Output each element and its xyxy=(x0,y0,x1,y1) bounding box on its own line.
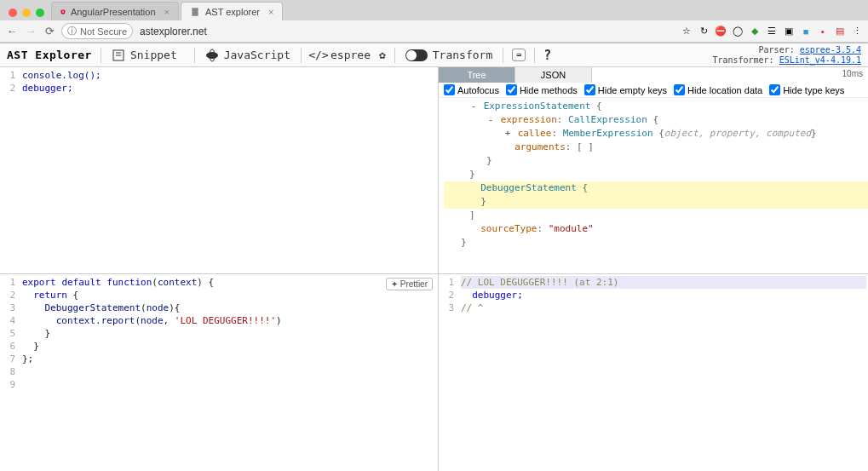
minimize-window-icon[interactable] xyxy=(22,9,31,17)
settings-icon[interactable]: ✿ xyxy=(379,49,386,61)
back-icon[interactable]: ← xyxy=(5,25,19,37)
adblock-icon[interactable]: ⛔ xyxy=(715,26,727,37)
code-line: debugger; xyxy=(22,83,73,94)
svg-text:A: A xyxy=(62,10,64,14)
parse-time: 10ms xyxy=(842,67,868,83)
sync-icon[interactable]: ↻ xyxy=(698,26,710,37)
opt-autofocus[interactable]: Autofocus xyxy=(444,84,499,95)
angular-icon: A xyxy=(60,7,66,17)
url-text[interactable]: astexplorer.net xyxy=(140,26,207,37)
file-icon xyxy=(190,7,200,17)
ext-icon[interactable]: ▣ xyxy=(783,26,795,37)
svg-rect-2 xyxy=(192,8,198,16)
browser-chrome: A AngularPresentation × AST explorer × ←… xyxy=(0,0,868,43)
language-menu[interactable]: JavaScript xyxy=(204,49,292,62)
output-pane: 123 // LOL DEGUGGER!!!! (at 2:1) debugge… xyxy=(439,274,868,471)
snippet-menu[interactable]: Snippet xyxy=(110,49,179,62)
ast-tree-pane: Tree JSON 10ms Autofocus Hide methods Hi… xyxy=(439,67,868,274)
tree-node[interactable]: - expression: CallExpression { xyxy=(444,113,868,127)
browser-tab-astexplorer[interactable]: AST explorer × xyxy=(181,2,283,20)
output-editor[interactable]: // LOL DEGUGGER!!!! (at 2:1) debugger; /… xyxy=(457,274,868,471)
menu-icon[interactable]: ⋮ xyxy=(851,26,863,37)
app-title: AST Explorer xyxy=(7,49,92,61)
source-editor-pane: 12 console.log(); debugger; xyxy=(0,67,439,274)
transform-label: Transform xyxy=(433,49,492,61)
transformer-info-label: Transformer: xyxy=(712,55,773,65)
ext-icon[interactable]: ▪ xyxy=(817,26,829,37)
tab-strip: A AngularPresentation × AST explorer × xyxy=(0,0,868,20)
output-line: debugger; xyxy=(461,290,523,301)
reload-icon[interactable]: ⟳ xyxy=(43,25,56,37)
keyboard-icon[interactable]: ⌨ xyxy=(512,49,526,61)
tree-brace: } xyxy=(444,154,868,168)
transform-editor-pane: ✦ Prettier 123456789 export default func… xyxy=(0,274,439,471)
tree-node[interactable]: arguments: [ ] xyxy=(444,141,868,154)
line-gutter: 123 xyxy=(439,274,457,471)
close-window-icon[interactable] xyxy=(9,9,17,17)
ext-icon[interactable]: ■ xyxy=(800,26,812,37)
opt-hide-location[interactable]: Hide location data xyxy=(674,84,762,95)
tree-node[interactable]: - ExpressionStatement { xyxy=(444,100,868,113)
transform-editor[interactable]: export default function(context) { retur… xyxy=(19,274,438,471)
svg-point-7 xyxy=(206,52,218,59)
code-line: console.log(); xyxy=(22,70,101,81)
info-icon: ⓘ xyxy=(67,25,77,37)
parser-menu[interactable]: </> espree xyxy=(310,49,372,62)
parser-info: Parser: espree-3.5.4 Transformer: ESLint… xyxy=(712,45,861,66)
checkbox[interactable] xyxy=(584,84,595,95)
code-icon: </> xyxy=(312,49,325,62)
tree-tabs: Tree JSON 10ms xyxy=(439,67,868,83)
parser-info-label: Parser: xyxy=(759,45,795,55)
tab-json[interactable]: JSON xyxy=(515,67,592,83)
security-indicator[interactable]: ⓘ Not Secure xyxy=(61,23,133,39)
js-icon xyxy=(205,49,219,62)
tree-options: Autofocus Hide methods Hide empty keys H… xyxy=(439,83,868,98)
app-toolbar: AST Explorer Snippet JavaScript </> espr… xyxy=(0,43,868,67)
checkbox[interactable] xyxy=(506,84,517,95)
opt-hide-type[interactable]: Hide type keys xyxy=(769,84,844,95)
not-secure-label: Not Secure xyxy=(80,26,127,37)
snippet-label: Snippet xyxy=(130,49,177,61)
tab-title: AngularPresentation xyxy=(71,7,156,17)
tree-brace: } xyxy=(444,168,868,181)
snippet-icon xyxy=(112,49,125,62)
workspace: 12 console.log(); debugger; Tree JSON 10… xyxy=(0,67,868,471)
output-line: // ^ xyxy=(461,302,484,313)
ext-icon[interactable]: ◆ xyxy=(749,26,761,37)
tree-brace: } xyxy=(444,236,868,250)
ext-icon[interactable]: ◯ xyxy=(732,26,744,37)
close-tab-icon[interactable]: × xyxy=(268,7,273,17)
parser-label: espree xyxy=(331,49,371,61)
zoom-window-icon[interactable] xyxy=(36,9,44,17)
close-tab-icon[interactable]: × xyxy=(164,7,170,17)
ext-icon[interactable]: ▤ xyxy=(834,26,846,37)
parser-version-link[interactable]: espree-3.5.4 xyxy=(800,45,861,55)
opt-hide-empty[interactable]: Hide empty keys xyxy=(584,84,667,95)
line-gutter: 123456789 xyxy=(0,274,19,471)
tab-title: AST explorer xyxy=(205,7,260,17)
checkbox[interactable] xyxy=(444,84,455,95)
forward-icon[interactable]: → xyxy=(24,25,37,37)
transform-toggle-icon xyxy=(405,49,428,61)
tree-node: sourceType: "module" xyxy=(444,222,868,236)
language-label: JavaScript xyxy=(224,49,290,61)
browser-tab-angular[interactable]: A AngularPresentation × xyxy=(51,2,179,20)
output-line: // LOL DEGUGGER!!!! (at 2:1) xyxy=(461,277,618,288)
ext-icon[interactable]: ☰ xyxy=(766,26,778,37)
checkbox[interactable] xyxy=(769,84,780,95)
tree-node-highlighted[interactable]: DebuggerStatement { } xyxy=(444,181,868,209)
checkbox[interactable] xyxy=(674,84,685,95)
transformer-version-link[interactable]: ESLint_v4-4.19.1 xyxy=(779,55,861,65)
window-controls xyxy=(3,9,51,20)
tab-tree[interactable]: Tree xyxy=(439,67,515,83)
star-icon[interactable]: ☆ xyxy=(681,26,693,37)
address-bar: ← → ⟳ ⓘ Not Secure astexplorer.net ☆ ↻ ⛔… xyxy=(0,20,868,43)
transform-menu[interactable]: Transform xyxy=(404,49,494,61)
extension-icons: ☆ ↻ ⛔ ◯ ◆ ☰ ▣ ■ ▪ ▤ ⋮ xyxy=(681,26,863,37)
source-editor[interactable]: console.log(); debugger; xyxy=(19,67,438,273)
tree-node[interactable]: + callee: MemberExpression {object, prop… xyxy=(444,127,868,141)
opt-hide-methods[interactable]: Hide methods xyxy=(506,84,578,95)
ast-tree[interactable]: - ExpressionStatement { - expression: Ca… xyxy=(439,98,868,273)
tree-bracket: ] xyxy=(444,209,868,222)
help-icon[interactable]: ? xyxy=(543,48,551,63)
